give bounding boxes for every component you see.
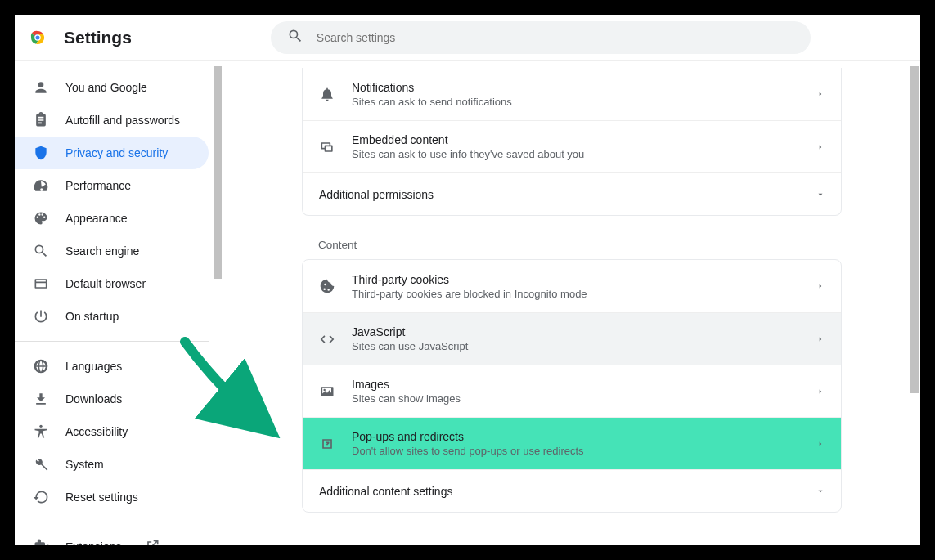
main-content: Notifications Sites can ask to send noti…	[223, 61, 920, 545]
sidebar-item-languages[interactable]: Languages	[15, 350, 209, 383]
sidebar-item-privacy[interactable]: Privacy and security	[15, 137, 209, 169]
accessibility-icon	[33, 423, 49, 440]
content-section-label: Content	[302, 239, 842, 259]
sidebar-item-label: Performance	[65, 179, 131, 192]
search-icon	[287, 28, 303, 47]
row-subtitle: Sites can ask to use info they've saved …	[352, 148, 800, 160]
search-icon	[33, 243, 49, 259]
sidebar-item-you-and-google[interactable]: You and Google	[15, 71, 209, 104]
chevron-right-icon	[816, 384, 825, 399]
sidebar-item-label: Search engine	[65, 244, 139, 258]
sidebar-scrollbar[interactable]	[214, 66, 222, 279]
sidebar-item-label: You and Google	[65, 81, 147, 94]
row-title: JavaScript	[352, 325, 800, 338]
row-subtitle: Don't allow sites to send pop-ups or use…	[352, 445, 800, 457]
chevron-right-icon	[816, 332, 825, 347]
sidebar-item-system[interactable]: System	[15, 448, 209, 481]
sidebar-item-downloads[interactable]: Downloads	[15, 383, 209, 415]
chevron-right-icon	[816, 140, 825, 155]
chrome-logo-icon	[28, 28, 47, 47]
row-subtitle: Sites can use JavaScript	[352, 340, 800, 352]
additional-content-settings-row[interactable]: Additional content settings	[303, 469, 841, 512]
search-settings[interactable]	[271, 21, 811, 54]
row-title: Additional content settings	[319, 485, 800, 498]
sidebar-item-reset[interactable]: Reset settings	[15, 481, 209, 513]
restore-icon	[33, 489, 49, 505]
sidebar-item-label: Reset settings	[65, 491, 138, 504]
extension-icon	[33, 539, 49, 545]
row-title: Additional permissions	[319, 188, 800, 201]
sidebar-item-default-browser[interactable]: Default browser	[15, 267, 209, 300]
sidebar-item-label: System	[65, 458, 104, 471]
sidebar-item-label: Languages	[65, 360, 122, 373]
sidebar-item-autofill[interactable]: Autofill and passwords	[15, 104, 209, 137]
sidebar-item-label: Downloads	[65, 392, 122, 405]
bell-icon	[319, 86, 335, 102]
row-title: Embedded content	[352, 133, 800, 146]
image-icon	[319, 383, 335, 400]
setting-row-javascript[interactable]: JavaScript Sites can use JavaScript	[303, 312, 841, 365]
person-icon	[33, 79, 49, 96]
open-external-icon	[144, 538, 160, 546]
sidebar-item-label: Autofill and passwords	[65, 114, 180, 127]
header: Settings	[15, 15, 920, 60]
sidebar-item-label: Accessibility	[65, 425, 128, 438]
popup-icon	[319, 436, 335, 452]
setting-row-embedded[interactable]: Embedded content Sites can ask to use in…	[303, 120, 841, 172]
clipboard-icon	[33, 112, 49, 128]
setting-row-images[interactable]: Images Sites can show images	[303, 365, 841, 417]
sidebar-item-label: Appearance	[65, 212, 128, 225]
speed-icon	[33, 177, 49, 194]
chevron-right-icon	[816, 87, 825, 101]
cookie-icon	[319, 278, 335, 294]
sidebar-item-appearance[interactable]: Appearance	[15, 202, 209, 235]
page-title: Settings	[64, 28, 132, 47]
main-scrollbar[interactable]	[910, 66, 919, 393]
wrench-icon	[33, 456, 49, 473]
row-title: Third-party cookies	[352, 273, 800, 286]
code-icon	[319, 331, 335, 347]
chevron-down-icon	[816, 187, 825, 202]
sidebar-item-label: Default browser	[65, 277, 146, 290]
row-title: Notifications	[352, 81, 800, 94]
chevron-right-icon	[816, 437, 825, 451]
palette-icon	[33, 210, 49, 226]
sidebar: You and GoogleAutofill and passwordsPriv…	[15, 61, 223, 545]
sidebar-item-label: Extensions	[65, 540, 121, 545]
setting-row-notifications[interactable]: Notifications Sites can ask to send noti…	[303, 68, 841, 120]
embed-icon	[319, 139, 335, 155]
sidebar-item-on-startup[interactable]: On startup	[15, 300, 209, 333]
sidebar-item-label: Privacy and security	[65, 146, 168, 159]
row-title: Pop-ups and redirects	[352, 430, 800, 443]
sidebar-item-performance[interactable]: Performance	[15, 169, 209, 202]
row-subtitle: Sites can ask to send notifications	[352, 96, 800, 108]
power-icon	[33, 308, 49, 325]
sidebar-item-extensions[interactable]: Extensions	[15, 531, 209, 545]
row-title: Images	[352, 378, 800, 391]
browser-icon	[33, 276, 49, 292]
search-input[interactable]	[317, 31, 794, 44]
sidebar-item-label: On startup	[65, 310, 119, 323]
row-subtitle: Third-party cookies are blocked in Incog…	[352, 288, 800, 300]
download-icon	[33, 391, 49, 407]
row-subtitle: Sites can show images	[352, 392, 800, 405]
chevron-down-icon	[816, 484, 825, 499]
setting-row-cookies[interactable]: Third-party cookies Third-party cookies …	[303, 260, 841, 312]
shield-icon	[33, 145, 49, 161]
setting-row-popups[interactable]: Pop-ups and redirects Don't allow sites …	[303, 417, 841, 469]
sidebar-item-search-engine[interactable]: Search engine	[15, 235, 209, 267]
sidebar-item-accessibility[interactable]: Accessibility	[15, 415, 209, 448]
additional-permissions-row[interactable]: Additional permissions	[303, 172, 841, 215]
chevron-right-icon	[816, 279, 825, 293]
globe-icon	[33, 358, 49, 374]
